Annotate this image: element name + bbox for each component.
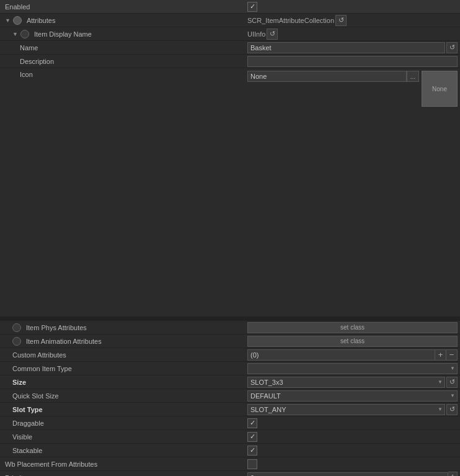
item-phys-label: Item Phys Attributes <box>2 323 247 332</box>
slot-type-label: Slot Type <box>2 406 247 413</box>
enabled-value-area <box>247 2 458 12</box>
item-phys-set-class-btn[interactable]: set class <box>247 322 458 333</box>
item-phys-row: Item Phys Attributes set class <box>0 321 460 335</box>
item-display-name-row: ▼ Item Display Name UIInfo ↺ <box>0 27 460 41</box>
icon-browse-btn[interactable]: ... <box>407 71 419 82</box>
visible-label: Visible <box>2 433 247 441</box>
item-anim-label: Item Animation Attributes <box>2 337 247 346</box>
icon-value-area: ... None <box>247 71 458 107</box>
icon-label-area: Icon <box>2 71 247 316</box>
size-dropdown[interactable]: SLOT_3x3 <box>247 377 445 388</box>
draggable-checkbox[interactable] <box>247 418 257 428</box>
wb-placement-label: Wb Placement From Attributes <box>2 460 247 468</box>
quick-slot-label: Quick Slot Size <box>2 392 247 400</box>
draggable-value-area <box>247 418 458 428</box>
slot-type-value-area: SLOT_ANY ↺ <box>247 404 458 415</box>
stackable-label: Stackable <box>2 447 247 454</box>
slot-type-dropdown[interactable]: SLOT_ANY <box>247 404 445 415</box>
display-name-expand-icon[interactable]: ▼ <box>12 31 18 37</box>
size-label: Size <box>2 379 247 386</box>
name-value-area: ↺ <box>247 42 458 53</box>
item-anim-set-class-btn[interactable]: set class <box>247 336 458 347</box>
custom-attr-plus-btn[interactable]: + <box>435 349 446 361</box>
stackable-row: Stackable <box>0 444 460 457</box>
slot-type-reset-btn[interactable]: ↺ <box>446 404 458 415</box>
attributes-label: ▼ Attributes <box>2 16 247 25</box>
attributes-expand-icon[interactable]: ▼ <box>5 17 11 24</box>
wb-placement-value-area <box>247 459 458 469</box>
custom-attr-row: Custom Attributes + − <box>0 348 460 362</box>
display-name-value: UIInfo <box>247 30 265 38</box>
size-reset-btn[interactable]: ↺ <box>446 377 458 388</box>
name-reset-btn[interactable]: ↺ <box>446 42 458 53</box>
draggable-row: Draggable <box>0 416 460 430</box>
name-label: Name <box>2 44 247 52</box>
item-anim-value-area: set class <box>247 336 458 347</box>
stackable-checkbox[interactable] <box>247 446 257 456</box>
custom-attr-label: Custom Attributes <box>2 351 247 359</box>
enabled-row: Enabled <box>0 0 460 14</box>
name-row: Name ↺ <box>0 41 460 55</box>
size-dropdown-wrap: SLOT_3x3 <box>247 377 445 388</box>
size-row: Size SLOT_3x3 ↺ <box>0 375 460 389</box>
item-anim-circle-btn[interactable] <box>12 337 21 346</box>
enabled-checkbox[interactable] <box>247 2 257 12</box>
slot-type-row: Slot Type SLOT_ANY ↺ <box>0 403 460 416</box>
item-anim-row: Item Animation Attributes set class <box>0 335 460 348</box>
visible-checkbox[interactable] <box>247 432 257 442</box>
stackable-value-area <box>247 446 458 456</box>
wb-placement-row: Wb Placement From Attributes <box>0 457 460 471</box>
display-name-reset-btn[interactable]: ↺ <box>267 29 278 40</box>
common-item-row: Common Item Type <box>0 362 460 375</box>
quick-slot-value-area: DEFAULT <box>247 390 458 402</box>
description-label: Description <box>2 58 247 65</box>
description-input[interactable] <box>247 56 458 67</box>
attributes-circle-btn[interactable] <box>13 16 22 25</box>
name-input[interactable] <box>247 42 445 53</box>
attributes-row: ▼ Attributes SCR_ItemAttributeCollection… <box>0 14 460 27</box>
priority-up-btn[interactable]: ▲ <box>448 472 457 476</box>
common-item-dropdown[interactable] <box>247 363 458 374</box>
quick-slot-dropdown[interactable]: DEFAULT <box>247 390 458 402</box>
description-row: Description <box>0 55 460 68</box>
icon-field-col: ... <box>247 71 419 82</box>
priority-stepper-btns: ▲ ▼ <box>448 472 458 476</box>
common-item-value-area <box>247 363 458 374</box>
icon-label: Icon <box>2 71 247 316</box>
display-name-value-area: UIInfo ↺ <box>247 29 458 40</box>
quick-slot-dropdown-wrap: DEFAULT <box>247 390 458 402</box>
properties-panel: Enabled ▼ Attributes SCR_ItemAttributeCo… <box>0 0 460 476</box>
display-name-circle-btn[interactable] <box>20 30 29 38</box>
common-item-dropdown-wrap <box>247 363 458 374</box>
custom-attr-input[interactable] <box>247 349 435 361</box>
priority-stepper: ▲ ▼ <box>247 472 458 476</box>
priority-value-area: ▲ ▼ <box>247 472 458 476</box>
attributes-value: SCR_ItemAttributeCollection <box>247 17 334 24</box>
wb-placement-checkbox[interactable] <box>247 459 257 469</box>
custom-attr-stepper: + − <box>247 349 458 361</box>
priority-row: Priority ▲ ▼ <box>0 471 460 476</box>
visible-row: Visible <box>0 430 460 444</box>
item-display-name-label: ▼ Item Display Name <box>2 30 247 38</box>
enabled-label: Enabled <box>2 3 247 11</box>
item-phys-value-area: set class <box>247 322 458 333</box>
draggable-label: Draggable <box>2 420 247 427</box>
custom-attr-minus-btn[interactable]: − <box>446 349 458 361</box>
custom-attr-value-area: + − <box>247 349 458 361</box>
visible-value-area <box>247 432 458 442</box>
item-phys-circle-btn[interactable] <box>12 323 21 332</box>
icon-field-input[interactable] <box>247 71 407 82</box>
attributes-value-area: SCR_ItemAttributeCollection ↺ <box>247 15 458 26</box>
size-value-area: SLOT_3x3 ↺ <box>247 377 458 388</box>
quick-slot-row: Quick Slot Size DEFAULT <box>0 389 460 403</box>
icon-preview-none[interactable]: None <box>422 71 458 107</box>
attributes-reset-btn[interactable]: ↺ <box>335 15 347 26</box>
common-item-label: Common Item Type <box>2 365 247 372</box>
slot-type-dropdown-wrap: SLOT_ANY <box>247 404 445 415</box>
priority-input[interactable] <box>247 472 448 476</box>
description-value-area <box>247 56 458 67</box>
icon-row: Icon ... None <box>0 68 460 317</box>
